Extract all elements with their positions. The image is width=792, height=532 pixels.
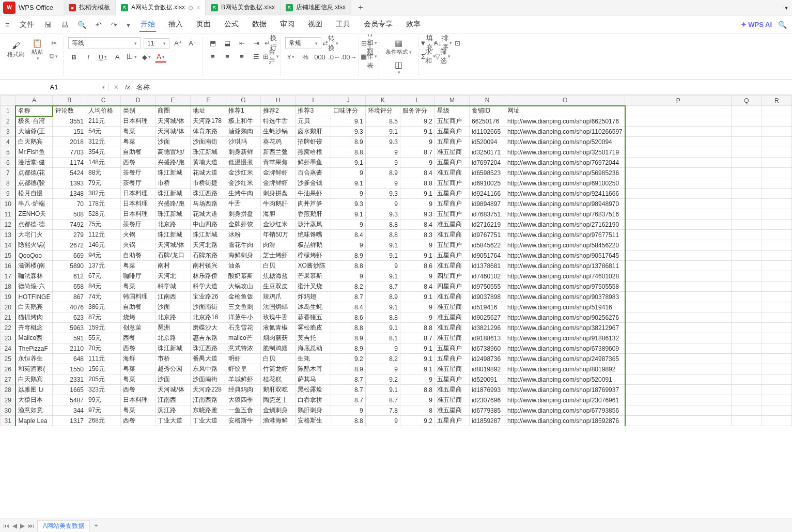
cell[interactable]: 北京路 (156, 220, 191, 230)
cell[interactable]: 9.1 (365, 240, 400, 251)
cell[interactable]: 口味评分 (331, 106, 365, 116)
cell[interactable]: 日本料理 (121, 199, 156, 209)
cell[interactable]: 雪花牛肉 (226, 240, 260, 251)
cell[interactable]: 牛油果虾 (296, 189, 331, 199)
row-header[interactable]: 28 (1, 385, 16, 395)
cell[interactable]: 冰粉 (226, 230, 260, 240)
cell[interactable]: 金枪鱼饭 (226, 292, 260, 302)
cell[interactable]: 97元 (86, 405, 120, 416)
cell[interactable]: 极品鲜鹅 (296, 240, 331, 251)
cell[interactable]: 辣鸡爪 (261, 292, 296, 302)
cell[interactable]: 市桥街捷 (191, 178, 226, 189)
cell[interactable]: 54元 (86, 127, 120, 137)
bold-button[interactable]: B (68, 51, 80, 62)
cell[interactable]: 1665 (53, 385, 86, 395)
cell-reference-input[interactable] (28, 83, 80, 91)
cell[interactable]: 意式特浓 (226, 343, 260, 354)
row-header[interactable]: 30 (1, 405, 16, 416)
column-header[interactable]: M (434, 96, 469, 106)
cell[interactable]: 刺身拼盘 (226, 209, 260, 220)
cell[interactable]: 8.8 (365, 220, 400, 230)
cell[interactable]: http://www.dianping.com/shop/519416 (505, 302, 625, 312)
row-header[interactable]: 26 (1, 364, 16, 374)
currency-icon[interactable]: ¥▾ (285, 51, 297, 62)
cell[interactable]: 9 (400, 158, 434, 168)
cell[interactable]: 天河路178 (191, 116, 226, 127)
fill-color-button[interactable]: ◆▾ (141, 51, 152, 62)
row-header[interactable]: 6 (1, 158, 16, 168)
cell[interactable]: 珠江新城 (191, 230, 226, 240)
cell[interactable] (732, 261, 762, 271)
cell[interactable]: 刺身拼盘 (261, 189, 296, 199)
menu-item[interactable]: 会员专享 (363, 18, 394, 32)
cell[interactable]: 准五星商 (434, 312, 469, 323)
row-header[interactable]: 19 (1, 292, 16, 302)
cell[interactable]: 8.7 (365, 281, 400, 292)
cell[interactable]: 南村 (156, 261, 191, 271)
cell[interactable]: 安格斯牛 (226, 416, 260, 426)
cell[interactable]: 9 (331, 168, 365, 178)
cell[interactable]: http://www.dianping.com/shop/18592876 (505, 416, 625, 426)
cell[interactable]: 8.5 (365, 116, 400, 127)
cell[interactable]: 隐熙火锅( (15, 240, 53, 251)
cell[interactable]: 日本料理 (121, 116, 156, 127)
cell[interactable]: 74元 (86, 292, 120, 302)
cell[interactable]: 豉汁蒸凤 (296, 220, 331, 230)
cell[interactable]: 1550 (53, 364, 86, 374)
cell[interactable]: 准五星商 (434, 220, 469, 230)
cell[interactable]: 沙面南街 (191, 374, 226, 385)
cell[interactable] (732, 281, 762, 292)
cell[interactable]: 玫瑰牛舌 (261, 312, 296, 323)
cell[interactable]: 琶洲 (156, 323, 191, 333)
cell[interactable]: 612 (53, 271, 86, 281)
cell[interactable] (762, 354, 791, 364)
cell[interactable]: 珠江新城 (156, 230, 191, 240)
cell[interactable]: 9.3 (331, 199, 365, 209)
cell[interactable]: 花城大道 (191, 209, 226, 220)
cell[interactable] (762, 127, 791, 137)
row-header[interactable]: 13 (1, 230, 16, 240)
cell[interactable]: 滋粥楼(南 (15, 261, 53, 271)
cell[interactable]: 火锅 (121, 230, 156, 240)
cell[interactable]: 日本料理 (121, 209, 156, 220)
sheet-last-icon[interactable]: ⏭ (28, 522, 34, 529)
cell[interactable]: 70元 (86, 343, 120, 354)
cell[interactable] (762, 385, 791, 395)
cell[interactable]: 9.2 (400, 416, 434, 426)
cell[interactable]: 9 (400, 302, 434, 312)
cell[interactable]: 点都德·德 (15, 220, 53, 230)
cell[interactable] (762, 405, 791, 416)
cell[interactable]: http://www.dianping.com/shop/90517645 (505, 251, 625, 261)
cell[interactable]: 大猿四季 (226, 395, 260, 405)
cell[interactable]: 1348 (53, 189, 86, 199)
cell[interactable] (625, 240, 732, 251)
cell[interactable]: 8.6 (400, 261, 434, 271)
cell[interactable]: id7697204 (470, 158, 505, 168)
convert-button[interactable]: ⇄ 转换▾ (324, 38, 336, 49)
cell[interactable]: 111元 (86, 354, 120, 364)
cell[interactable]: 8.1 (365, 333, 400, 343)
cell[interactable]: 火锅 (121, 240, 156, 251)
cell[interactable]: 8.4 (331, 302, 365, 312)
cell[interactable] (732, 364, 762, 374)
row-header[interactable]: 2 (1, 116, 16, 127)
cell[interactable] (625, 127, 732, 137)
cell[interactable]: 五星商户 (434, 209, 469, 220)
cell[interactable] (625, 116, 732, 127)
cell[interactable]: 体育东路 (191, 127, 226, 137)
cell[interactable]: 丁业大道 (191, 416, 226, 426)
add-sheet-icon[interactable]: ＋ (93, 521, 99, 530)
cell[interactable]: 准五星商 (434, 230, 469, 240)
cell[interactable]: 黄埔大道 (191, 158, 226, 168)
cell[interactable]: 评论数 (53, 106, 86, 116)
cell[interactable]: 竹筒龙虾 (261, 364, 296, 374)
cell[interactable]: 年销50万 (261, 230, 296, 240)
cell[interactable]: 8 (400, 405, 434, 416)
cell[interactable] (732, 209, 762, 220)
cell[interactable]: 268元 (86, 416, 120, 426)
cell[interactable]: 珠江西路 (191, 189, 226, 199)
cell[interactable]: 粤菜 (121, 127, 156, 137)
cell[interactable]: 渔意如意 (15, 405, 53, 416)
cell[interactable] (732, 137, 762, 147)
cell[interactable]: 自助餐 (121, 147, 156, 158)
